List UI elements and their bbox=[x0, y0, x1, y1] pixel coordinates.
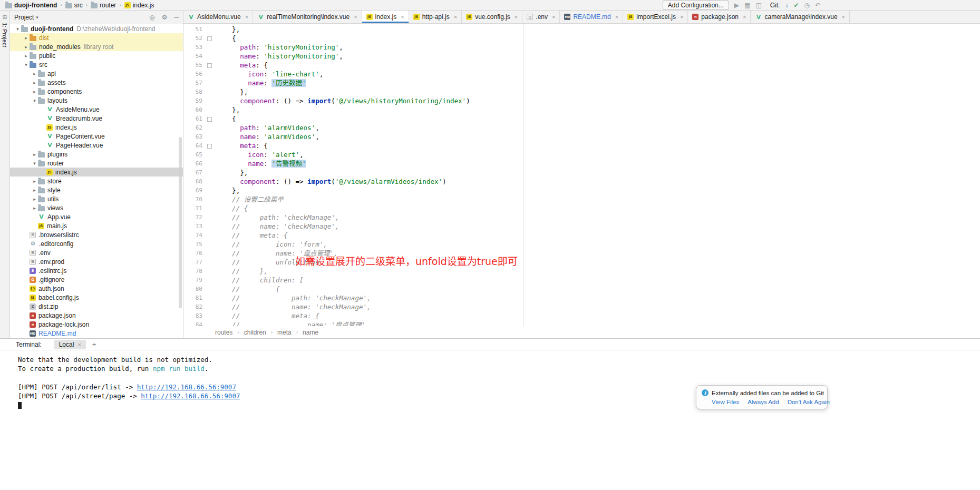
chevron-down-icon[interactable]: ▾ bbox=[14, 26, 21, 32]
gear-icon[interactable]: ⚙ bbox=[162, 14, 168, 21]
hide-panel-icon[interactable]: ─ bbox=[174, 14, 179, 21]
tree-item[interactable]: ▸store bbox=[10, 177, 183, 185]
chevron-right-icon[interactable]: ▸ bbox=[31, 179, 38, 184]
new-terminal-session-button[interactable]: + bbox=[92, 340, 96, 348]
run-icon[interactable]: ▶ bbox=[734, 2, 739, 8]
editor-tab[interactable]: JSvue.config.js× bbox=[462, 11, 522, 23]
close-icon[interactable]: × bbox=[552, 14, 555, 20]
breadcrumb-item[interactable]: meta bbox=[277, 329, 292, 336]
tree-item[interactable]: JSmain.js bbox=[10, 221, 183, 230]
close-icon[interactable]: × bbox=[454, 14, 457, 20]
chevron-right-icon[interactable]: ▸ bbox=[23, 53, 30, 58]
tree-item[interactable]: VAsideMenu.vue bbox=[10, 105, 183, 114]
notification-action[interactable]: View Files bbox=[712, 399, 739, 405]
editor-tab[interactable]: VcameraManage\index.vue× bbox=[751, 11, 850, 23]
editor-tab[interactable]: MDREADME.md× bbox=[560, 11, 623, 23]
tree-item[interactable]: ⚙.editorconfig bbox=[10, 239, 183, 248]
tree-item[interactable]: VBreadcrumb.vue bbox=[10, 114, 183, 123]
tree-item[interactable]: JSbabel.config.js bbox=[10, 293, 183, 302]
tree-item[interactable]: JSindex.js bbox=[10, 123, 183, 132]
tree-item[interactable]: VPageContent.vue bbox=[10, 132, 183, 141]
editor-tab[interactable]: VAsideMenu.vue× bbox=[183, 11, 253, 23]
tree-item[interactable]: Zdist.zip bbox=[10, 302, 183, 311]
terminal-output[interactable]: Note that the development build is not o… bbox=[0, 350, 980, 409]
editor-tab[interactable]: JSimportExcel.js× bbox=[623, 11, 688, 23]
chevron-right-icon[interactable]: ▸ bbox=[31, 89, 38, 94]
locate-file-icon[interactable]: ◎ bbox=[149, 14, 154, 21]
chevron-down-icon[interactable]: ▾ bbox=[36, 15, 38, 20]
notification-action[interactable]: Always Add bbox=[748, 399, 779, 405]
tree-item[interactable]: ▸api bbox=[10, 69, 183, 78]
close-icon[interactable]: × bbox=[401, 14, 404, 20]
code-editor[interactable]: 51 },52 {53 path: 'historyMonitoring',54… bbox=[183, 24, 980, 326]
breadcrumb-item[interactable]: src bbox=[64, 2, 84, 9]
chevron-right-icon[interactable]: ▸ bbox=[31, 71, 38, 76]
chevron-down-icon[interactable]: ▾ bbox=[31, 161, 38, 166]
tree-item[interactable]: npackage.json bbox=[10, 311, 183, 320]
tree-item[interactable]: ≡.env bbox=[10, 248, 183, 257]
terminal-link[interactable]: http://192.168.66.56:9007 bbox=[137, 383, 236, 391]
close-icon[interactable]: × bbox=[77, 341, 81, 348]
build-icon[interactable]: ▦ bbox=[744, 2, 750, 8]
tree-item[interactable]: ▸components bbox=[10, 87, 183, 96]
close-icon[interactable]: × bbox=[515, 14, 518, 20]
close-icon[interactable]: × bbox=[245, 14, 248, 20]
project-view-selector[interactable]: Project bbox=[14, 14, 34, 21]
tree-item[interactable]: ▸utils bbox=[10, 194, 183, 203]
breadcrumb-item[interactable]: JSindex.js bbox=[123, 2, 156, 9]
terminal-link[interactable]: http://192.168.66.56:9007 bbox=[141, 392, 240, 400]
chevron-right-icon[interactable]: ▸ bbox=[31, 205, 38, 211]
tree-item[interactable]: ▸public bbox=[10, 51, 183, 60]
tree-item[interactable]: ▸plugins bbox=[10, 150, 183, 159]
tree-item[interactable]: ≡.env.prod bbox=[10, 257, 183, 266]
tree-item[interactable]: ▾src bbox=[10, 60, 183, 69]
history-icon[interactable]: ◷ bbox=[804, 2, 809, 8]
close-icon[interactable]: × bbox=[615, 14, 618, 20]
tree-item[interactable]: ▸node_moduleslibrary root bbox=[10, 42, 183, 51]
tree-item[interactable]: VApp.vue bbox=[10, 212, 183, 221]
tree-item[interactable]: ▸views bbox=[10, 203, 183, 212]
tree-item[interactable]: G.gitignore bbox=[10, 275, 183, 284]
tree-item[interactable]: ▸dist bbox=[10, 33, 183, 42]
chevron-right-icon[interactable]: ▸ bbox=[23, 35, 30, 41]
tree-item[interactable]: ▾router bbox=[10, 159, 183, 168]
breadcrumb-item[interactable]: name bbox=[303, 329, 318, 336]
tree-item[interactable]: ▸assets bbox=[10, 78, 183, 87]
notification-action[interactable]: Don't Ask Again bbox=[788, 399, 830, 405]
close-icon[interactable]: × bbox=[743, 14, 746, 20]
close-icon[interactable]: × bbox=[354, 14, 357, 20]
terminal-tab-local[interactable]: Local × bbox=[54, 340, 86, 349]
editor-tab[interactable]: ≡.env× bbox=[522, 11, 560, 23]
breadcrumb-item[interactable]: children bbox=[244, 329, 266, 336]
tree-item[interactable]: E.eslintrc.js bbox=[10, 266, 183, 275]
breadcrumb-item[interactable]: router bbox=[90, 2, 117, 9]
tree-item[interactable]: VPageHeader.vue bbox=[10, 141, 183, 150]
tree-item[interactable]: {}auth.json bbox=[10, 284, 183, 293]
window-layout-icon[interactable]: ◫ bbox=[755, 2, 761, 8]
rollback-icon[interactable]: ↶ bbox=[815, 2, 820, 8]
editor-tab[interactable]: VrealTimeMonitoring\index.vue× bbox=[253, 11, 362, 23]
chevron-right-icon[interactable]: ▸ bbox=[23, 44, 30, 50]
chevron-right-icon[interactable]: ▸ bbox=[31, 80, 38, 85]
tree-item[interactable]: JSindex.js bbox=[10, 168, 183, 177]
add-configuration-button[interactable]: Add Configuration... bbox=[663, 1, 729, 10]
git-update-icon[interactable]: ↓ bbox=[785, 2, 788, 8]
tree-item[interactable]: ▾layouts bbox=[10, 96, 183, 105]
editor-tab[interactable]: npackage.json× bbox=[688, 11, 751, 23]
close-icon[interactable]: × bbox=[842, 14, 845, 20]
chevron-down-icon[interactable]: ▾ bbox=[31, 98, 38, 103]
tree-item[interactable]: MDREADME.md bbox=[10, 329, 183, 338]
chevron-down-icon[interactable]: ▾ bbox=[23, 62, 30, 67]
git-commit-icon[interactable]: ✔ bbox=[793, 2, 799, 8]
editor-tab[interactable]: JSindex.js× bbox=[362, 11, 409, 23]
tree-item[interactable]: npackage-lock.json bbox=[10, 320, 183, 329]
editor-tab[interactable]: JShttp-api.js× bbox=[409, 11, 462, 23]
close-icon[interactable]: × bbox=[680, 14, 683, 20]
tree-item[interactable]: ▾duoji-frontendD:\zheheWeb\duoji-fronten… bbox=[10, 24, 183, 33]
breadcrumb-item[interactable]: routes bbox=[215, 329, 232, 336]
breadcrumb-item[interactable]: duoji-frontend bbox=[4, 2, 58, 9]
chevron-right-icon[interactable]: ▸ bbox=[31, 188, 38, 193]
tree-item[interactable]: ≡.browserslistrc bbox=[10, 230, 183, 239]
chevron-right-icon[interactable]: ▸ bbox=[31, 152, 38, 157]
tree-item[interactable]: ▸style bbox=[10, 185, 183, 194]
